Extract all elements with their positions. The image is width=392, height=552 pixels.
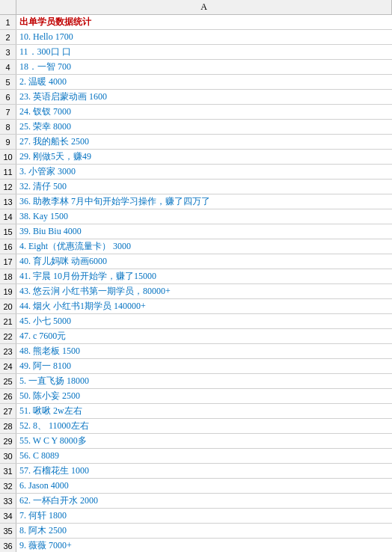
row-number: 12 xyxy=(0,180,16,194)
column-header-row: A xyxy=(0,0,392,15)
table-row: 52. 温暖 4000 xyxy=(0,75,392,90)
header-cell: 出单学员数据统计 xyxy=(16,15,392,29)
row-number: 20 xyxy=(0,299,16,313)
row-number: 16 xyxy=(0,239,16,254)
row-number: 19 xyxy=(0,284,16,298)
table-row: 418．一智 700 xyxy=(0,60,392,75)
data-cell: 9. 薇薇 7000+ xyxy=(16,539,392,552)
row-number: 33 xyxy=(0,494,16,508)
table-row: 2145. 小七 5000 xyxy=(0,314,392,329)
table-row: 724. 钗钗 7000 xyxy=(0,105,392,120)
row-number: 11 xyxy=(0,165,16,179)
data-cell: 10. Hello 1700 xyxy=(16,30,392,44)
table-row: 2348. 熊老板 1500 xyxy=(0,344,392,359)
table-row: 623. 英语启蒙动画 1600 xyxy=(0,90,392,105)
table-row: 311．300口 口 xyxy=(0,45,392,60)
row-number: 7 xyxy=(0,105,16,119)
row-number: 18 xyxy=(0,269,16,283)
row-num-header xyxy=(0,0,16,14)
data-cell: 56. C 8089 xyxy=(16,449,392,463)
row-number: 23 xyxy=(0,344,16,358)
table-row: 1出单学员数据统计 xyxy=(0,15,392,30)
data-cell: 51. 啾啾 2w左右 xyxy=(16,404,392,418)
row-number: 8 xyxy=(0,120,16,134)
data-cell: 57. 石榴花生 1000 xyxy=(16,464,392,478)
row-number: 25 xyxy=(0,374,16,388)
row-number: 1 xyxy=(0,15,16,29)
data-cell: 23. 英语启蒙动画 1600 xyxy=(16,90,392,104)
table-row: 164. Eight（优惠流量卡） 3000 xyxy=(0,239,392,254)
row-number: 4 xyxy=(0,60,16,74)
data-cell: 47. c 7600元 xyxy=(16,329,392,343)
data-cell: 52. 8、 11000左右 xyxy=(16,419,392,433)
table-row: 255. 一直飞扬 18000 xyxy=(0,374,392,389)
row-number: 5 xyxy=(0,75,16,89)
table-row: 2044. 烟火 小红书1期学员 140000+ xyxy=(0,299,392,314)
row-number: 17 xyxy=(0,254,16,269)
table-row: 1943. 悠云涧 小红书第一期学员，80000+ xyxy=(0,284,392,299)
table-row: 1232. 清仔 500 xyxy=(0,180,392,194)
table-row: 2751. 啾啾 2w左右 xyxy=(0,404,392,419)
row-number: 28 xyxy=(0,419,16,433)
row-number: 9 xyxy=(0,135,16,149)
rows-container: 1出单学员数据统计210. Hello 1700311．300口 口418．一智… xyxy=(0,15,392,552)
data-cell: 6. Jason 4000 xyxy=(16,479,392,493)
data-cell: 48. 熊老板 1500 xyxy=(16,344,392,358)
row-number: 6 xyxy=(0,90,16,104)
table-row: 3056. C 8089 xyxy=(0,449,392,464)
table-row: 113. 小管家 3000 xyxy=(0,165,392,180)
data-cell: 45. 小七 5000 xyxy=(16,314,392,328)
table-row: 2247. c 7600元 xyxy=(0,329,392,344)
data-cell: 38. Kay 1500 xyxy=(16,209,392,224)
data-cell: 24. 钗钗 7000 xyxy=(16,105,392,119)
data-cell: 27. 我的船长 2500 xyxy=(16,135,392,149)
data-cell: 36. 助教李林 7月中旬开始学习操作，赚了四万了 xyxy=(16,194,392,209)
data-cell: 11．300口 口 xyxy=(16,45,392,59)
data-cell: 5. 一直飞扬 18000 xyxy=(16,374,392,388)
col-header-a: A xyxy=(16,0,392,14)
data-cell: 32. 清仔 500 xyxy=(16,180,392,194)
table-row: 2955. W C Y 8000多 xyxy=(0,434,392,449)
row-number: 15 xyxy=(0,224,16,239)
row-number: 26 xyxy=(0,389,16,403)
table-row: 326. Jason 4000 xyxy=(0,479,392,494)
table-row: 2650. 陈小妄 2500 xyxy=(0,389,392,404)
data-cell: 39. Biu Biu 4000 xyxy=(16,224,392,239)
data-cell: 8. 阿木 2500 xyxy=(16,524,392,538)
row-number: 32 xyxy=(0,479,16,493)
table-row: 358. 阿木 2500 xyxy=(0,524,392,539)
row-number: 24 xyxy=(0,359,16,373)
data-cell: 18．一智 700 xyxy=(16,60,392,74)
row-number: 29 xyxy=(0,434,16,448)
data-cell: 49. 阿一 8100 xyxy=(16,359,392,373)
data-cell: 55. W C Y 8000多 xyxy=(16,434,392,448)
table-row: 3362. 一杯白开水 2000 xyxy=(0,494,392,509)
table-row: 1438. Kay 1500 xyxy=(0,209,392,224)
table-row: 2852. 8、 11000左右 xyxy=(0,419,392,434)
data-cell: 4. Eight（优惠流量卡） 3000 xyxy=(16,239,392,254)
data-cell: 40. 育儿妈咪 动画6000 xyxy=(16,254,392,269)
table-row: 1029. 刚做5天，赚49 xyxy=(0,150,392,165)
data-cell: 43. 悠云涧 小红书第一期学员，80000+ xyxy=(16,284,392,298)
row-number: 10 xyxy=(0,150,16,164)
row-number: 2 xyxy=(0,30,16,44)
data-cell: 2. 温暖 4000 xyxy=(16,75,392,89)
row-number: 36 xyxy=(0,539,16,552)
row-number: 35 xyxy=(0,524,16,538)
table-row: 1336. 助教李林 7月中旬开始学习操作，赚了四万了 xyxy=(0,194,392,209)
data-cell: 41. 宇晨 10月份开始学，赚了15000 xyxy=(16,269,392,283)
table-row: 3157. 石榴花生 1000 xyxy=(0,464,392,479)
data-cell: 50. 陈小妄 2500 xyxy=(16,389,392,403)
row-number: 30 xyxy=(0,449,16,463)
table-row: 2449. 阿一 8100 xyxy=(0,359,392,374)
table-row: 210. Hello 1700 xyxy=(0,30,392,45)
data-cell: 25. 荣幸 8000 xyxy=(16,120,392,134)
data-cell: 3. 小管家 3000 xyxy=(16,165,392,179)
row-number: 27 xyxy=(0,404,16,418)
data-cell: 44. 烟火 小红书1期学员 140000+ xyxy=(16,299,392,313)
row-number: 3 xyxy=(0,45,16,59)
data-cell: 29. 刚做5天，赚49 xyxy=(16,150,392,164)
row-number: 22 xyxy=(0,329,16,343)
table-row: 1539. Biu Biu 4000 xyxy=(0,224,392,239)
data-cell: 7. 何轩 1800 xyxy=(16,509,392,523)
